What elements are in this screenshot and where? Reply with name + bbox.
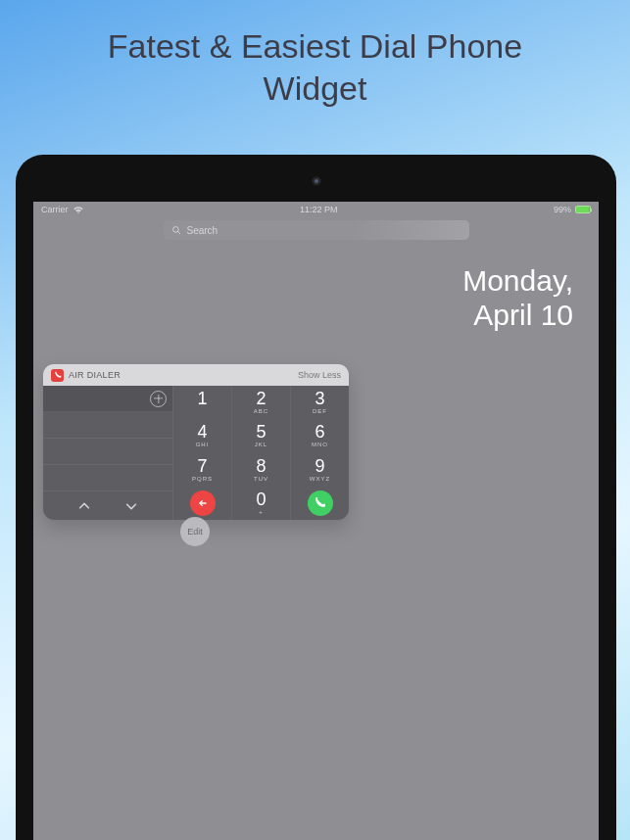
edit-button[interactable]: Edit: [180, 517, 210, 546]
svg-line-1: [177, 232, 179, 234]
delete-circle: [190, 490, 216, 516]
date-line2: April 10: [462, 299, 573, 333]
key-3[interactable]: 3DEF: [290, 386, 349, 419]
lockscreen-date: Monday, April 10: [462, 264, 573, 332]
delete-button[interactable]: [172, 487, 231, 520]
date-line1: Monday,: [462, 264, 573, 299]
status-time: 11:22 PM: [300, 205, 338, 214]
key-9[interactable]: 9WXYZ: [290, 453, 349, 487]
widget-title: AIR DIALER: [69, 370, 121, 380]
key-0[interactable]: 0+: [231, 487, 290, 520]
arrow-left-icon: [197, 497, 209, 509]
show-less-button[interactable]: Show Less: [298, 370, 341, 380]
search-placeholder: Search: [187, 225, 218, 236]
camera-dot: [312, 176, 321, 186]
hero-line2: Widget: [264, 70, 367, 107]
tablet-frame: Carrier 11:22 PM 99%: [16, 155, 616, 840]
search-row: Search: [33, 220, 599, 240]
key-7[interactable]: 7PQRS: [172, 453, 231, 487]
search-input[interactable]: Search: [164, 220, 469, 240]
chevron-up-icon[interactable]: [77, 499, 91, 513]
key-4[interactable]: 4GHI: [172, 419, 231, 452]
key-5[interactable]: 5JKL: [231, 419, 290, 452]
widget-header: AIR DIALER Show Less: [43, 364, 349, 386]
key-2[interactable]: 2ABC: [231, 386, 290, 419]
recent-row-1[interactable]: [43, 412, 172, 439]
phone-icon: [54, 371, 62, 379]
status-left: Carrier: [41, 205, 84, 214]
battery-icon: [575, 206, 591, 213]
search-icon: [171, 225, 181, 235]
edit-label: Edit: [187, 527, 203, 537]
tablet-screen: Carrier 11:22 PM 99%: [33, 202, 599, 840]
hero-line1: Fatest & Easiest Dial Phone: [108, 27, 522, 65]
call-button[interactable]: [290, 487, 349, 520]
widget-body: 1 2ABC 3DEF 4GHI 5JKL 6MNO 7PQRS 8TUV 9W…: [43, 386, 349, 520]
key-8[interactable]: 8TUV: [231, 453, 290, 487]
chevron-down-icon[interactable]: [124, 499, 138, 513]
phone-icon: [314, 496, 326, 509]
search-highlight: [352, 220, 469, 240]
recent-row-2[interactable]: [43, 439, 172, 465]
wifi-icon: [73, 206, 84, 214]
recent-row-3[interactable]: [43, 465, 172, 491]
widget-left-column: [43, 386, 172, 520]
add-contact-icon[interactable]: [150, 391, 167, 407]
app-icon: [51, 369, 64, 382]
key-6[interactable]: 6MNO: [290, 419, 349, 452]
call-circle: [308, 490, 333, 516]
battery-pct: 99%: [554, 205, 571, 214]
dialer-widget: AIR DIALER Show Less: [43, 364, 349, 520]
status-bar: Carrier 11:22 PM 99%: [33, 202, 599, 214]
widget-header-left: AIR DIALER: [51, 369, 121, 382]
carrier-label: Carrier: [41, 205, 69, 214]
scroll-arrows: [43, 491, 172, 520]
number-entry-row[interactable]: [43, 386, 172, 412]
status-right: 99%: [554, 205, 591, 214]
key-1[interactable]: 1: [172, 386, 231, 419]
page: Fatest & Easiest Dial Phone Widget Carri…: [0, 0, 630, 840]
keypad: 1 2ABC 3DEF 4GHI 5JKL 6MNO 7PQRS 8TUV 9W…: [172, 386, 349, 520]
hero-title: Fatest & Easiest Dial Phone Widget: [0, 0, 630, 109]
